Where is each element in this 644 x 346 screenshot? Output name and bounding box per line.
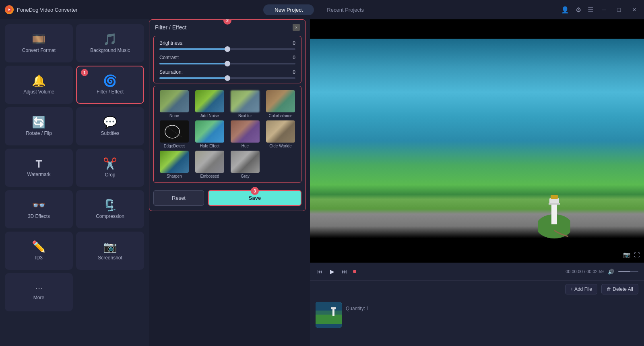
filter-gray-thumb xyxy=(231,151,260,173)
svg-rect-9 xyxy=(549,203,560,205)
file-thumbnail-image xyxy=(316,302,342,328)
sidebar-item-subtitles[interactable]: 💬 Subtitles xyxy=(76,107,144,145)
filter-add-noise[interactable]: Add Noise xyxy=(193,90,226,118)
save-badge: 3 xyxy=(251,187,259,195)
volume-bar[interactable] xyxy=(618,271,638,272)
crop-label: Crop xyxy=(105,172,115,178)
volume-fill xyxy=(618,271,630,272)
save-button[interactable]: 3 Save xyxy=(208,190,301,206)
reset-button[interactable]: Reset xyxy=(153,190,204,206)
filter-olde-worlde[interactable]: Olde Worlde xyxy=(264,120,297,148)
filter-halo-effect[interactable]: Halo Effect xyxy=(193,120,226,148)
new-project-button[interactable]: New Project xyxy=(263,4,314,15)
filter-colorbalance[interactable]: Colorbalance xyxy=(264,90,297,118)
id3-label: ID3 xyxy=(35,255,43,261)
brightness-value: 0 xyxy=(293,40,295,46)
file-thumbnail[interactable] xyxy=(316,302,342,328)
filter-sharpen[interactable]: Sharpen xyxy=(158,151,191,178)
filter-embossed[interactable]: Embossed xyxy=(193,151,226,178)
saturation-thumb[interactable] xyxy=(225,75,230,81)
left-column: 🎞️ Convert Format 🎵 Background Music 🔔 A… xyxy=(0,19,310,346)
contrast-fill xyxy=(159,63,227,64)
filter-addnoise-label: Add Noise xyxy=(200,114,219,118)
lighthouse-svg xyxy=(538,190,570,238)
saturation-track[interactable] xyxy=(159,77,295,79)
player-screenshot-button[interactable]: 📷 xyxy=(623,251,631,259)
sidebar-item-watermark[interactable]: T Watermark xyxy=(5,149,73,187)
volume-icon[interactable]: 🔊 xyxy=(608,269,614,275)
sidebar-item-screenshot[interactable]: 📷 Screenshot xyxy=(76,232,144,270)
app-title: FoneDog Video Converter xyxy=(17,7,78,13)
filter-panel-close[interactable]: × xyxy=(293,24,300,31)
3d-effects-icon: 👓 xyxy=(32,200,46,211)
contrast-row: Contrast: 0 xyxy=(159,55,295,64)
minimize-button[interactable]: ─ xyxy=(600,6,609,14)
right-area: 📷 ⛶ ⏮ ▶ ⏭ 00:00:00 / 00:02:59 🔊 + Add Fi… xyxy=(310,19,644,346)
player-overlay-buttons: 📷 ⛶ xyxy=(623,251,640,259)
sidebar-item-crop[interactable]: ✂️ Crop xyxy=(76,149,144,187)
sidebar-item-adjust-volume[interactable]: 🔔 Adjust Volume xyxy=(5,66,73,104)
user-icon[interactable]: 👤 xyxy=(561,6,569,14)
convert-format-icon: 🎞️ xyxy=(32,34,46,45)
filter-gray-label: Gray xyxy=(241,174,250,178)
more-icon: ⋯ xyxy=(35,284,43,292)
file-list: Quantity: 1 xyxy=(310,298,644,346)
svg-rect-7 xyxy=(549,198,559,204)
brightness-track[interactable] xyxy=(159,48,295,50)
filter-edgedetect-thumb xyxy=(160,120,189,143)
saturation-value: 0 xyxy=(293,69,295,75)
filter-edgedetect[interactable]: EdgeDetect xyxy=(158,120,191,148)
3d-effects-label: 3D Effects xyxy=(28,213,50,219)
titlebar-right: 👤 ⚙ ☰ ─ □ ✕ xyxy=(561,6,639,14)
delete-all-button[interactable]: 🗑 Delete All xyxy=(601,284,638,294)
filter-boxblur[interactable]: Boxblur xyxy=(229,90,262,118)
filter-panel-badge: 2 xyxy=(223,19,231,25)
sidebar-item-background-music[interactable]: 🎵 Background Music xyxy=(76,24,144,62)
maximize-button[interactable]: □ xyxy=(615,6,623,14)
sidebar-item-id3[interactable]: ✏️ ID3 xyxy=(5,232,73,270)
watermark-label: Watermark xyxy=(27,172,50,177)
brightness-label: Brightness: xyxy=(159,40,184,46)
sidebar-item-filter-effect[interactable]: 1 🌀 Filter / Effect xyxy=(76,66,144,104)
watermark-icon: T xyxy=(36,159,42,169)
filter-none[interactable]: None xyxy=(158,90,191,118)
filter-gray[interactable]: Gray xyxy=(229,151,262,178)
more-label: More xyxy=(33,295,44,300)
sidebar-item-rotate-flip[interactable]: 🔄 Rotate / Flip xyxy=(5,107,73,145)
filter-effect-label: Filter / Effect xyxy=(97,89,124,95)
filter-panel: Filter / Effect 2 × Brightness: 0 xyxy=(149,19,306,211)
play-button[interactable]: ▶ xyxy=(328,267,336,276)
skip-back-button[interactable]: ⏮ xyxy=(316,267,324,276)
screenshot-label: Screenshot xyxy=(98,255,122,261)
app-logo xyxy=(5,5,14,14)
video-controls: ⏮ ▶ ⏭ 00:00:00 / 00:02:59 🔊 xyxy=(310,263,644,280)
filter-haloeffect-thumb xyxy=(195,120,224,143)
settings-icon[interactable]: ⚙ xyxy=(576,6,581,14)
player-fullscreen-button[interactable]: ⛶ xyxy=(634,251,640,259)
sidebar-item-3d-effects[interactable]: 👓 3D Effects xyxy=(5,190,73,228)
subtitles-label: Subtitles xyxy=(101,131,119,136)
file-bar: + Add File 🗑 Delete All xyxy=(310,280,644,298)
close-button[interactable]: ✕ xyxy=(630,6,639,14)
filter-edgedetect-label: EdgeDetect xyxy=(164,144,185,148)
contrast-track[interactable] xyxy=(159,63,295,64)
recent-projects-button[interactable]: Recent Projects xyxy=(316,4,375,15)
compression-label: Compression xyxy=(96,213,124,219)
filter-hue[interactable]: Hue xyxy=(229,120,262,148)
crop-icon: ✂️ xyxy=(103,158,117,170)
sidebar-item-more[interactable]: ⋯ More xyxy=(5,273,73,311)
add-file-button[interactable]: + Add File xyxy=(565,284,597,294)
brightness-row: Brightness: 0 xyxy=(159,40,295,50)
id3-icon: ✏️ xyxy=(32,241,46,253)
menu-icon[interactable]: ☰ xyxy=(588,6,593,14)
brightness-thumb[interactable] xyxy=(225,46,230,52)
sidebar-item-convert-format[interactable]: 🎞️ Convert Format xyxy=(5,24,73,62)
contrast-thumb[interactable] xyxy=(225,61,230,66)
background-music-icon: 🎵 xyxy=(103,34,117,45)
svg-rect-11 xyxy=(316,314,342,324)
filter-boxblur-thumb xyxy=(231,90,260,112)
sidebar-item-compression[interactable]: 🗜️ Compression xyxy=(76,190,144,228)
skip-forward-button[interactable]: ⏭ xyxy=(340,267,349,276)
rotate-flip-label: Rotate / Flip xyxy=(26,131,52,136)
filter-embossed-label: Embossed xyxy=(200,174,219,178)
